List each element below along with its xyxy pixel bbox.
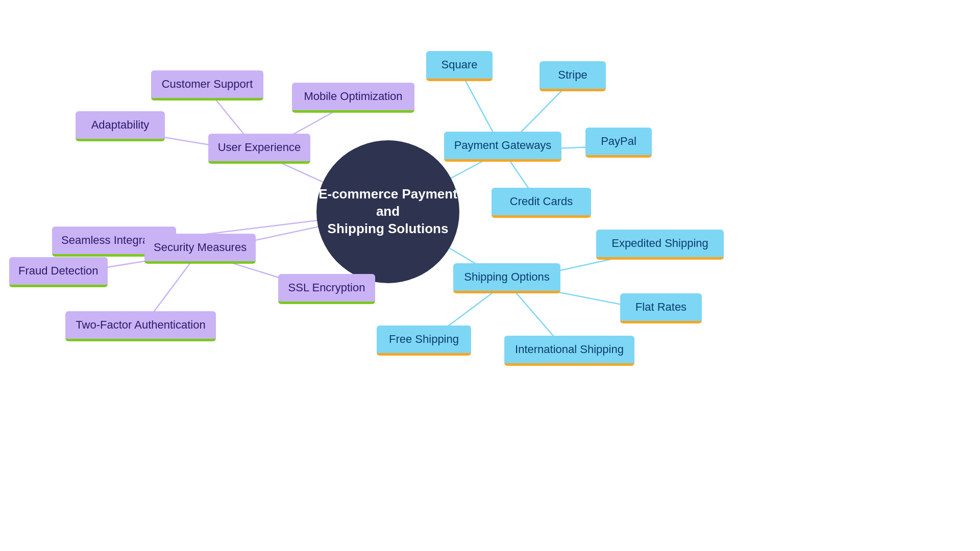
node-user-experience: User Experience [208,134,310,164]
node-fraud-detection: Fraud Detection [9,257,108,287]
node-paypal: PayPal [585,128,652,158]
node-free-shipping: Free Shipping [377,325,471,356]
node-mobile-optimization: Mobile Optimization [292,83,414,113]
node-expedited-shipping: Expedited Shipping [596,230,724,260]
node-security-measures: Security Measures [144,234,256,264]
node-customer-support: Customer Support [151,70,263,101]
node-two-factor: Two-Factor Authentication [65,311,216,341]
node-stripe: Stripe [540,61,606,91]
node-flat-rates: Flat Rates [620,293,702,323]
node-international-shipping: International Shipping [504,336,634,366]
node-shipping-options: Shipping Options [453,263,560,293]
node-credit-cards: Credit Cards [492,188,591,218]
node-payment-gateways: Payment Gateways [444,132,561,162]
center-node: E-commerce Payment andShipping Solutions [316,140,459,283]
node-square: Square [426,51,493,81]
node-ssl-encryption: SSL Encryption [278,274,375,304]
node-adaptability: Adaptability [76,111,165,141]
